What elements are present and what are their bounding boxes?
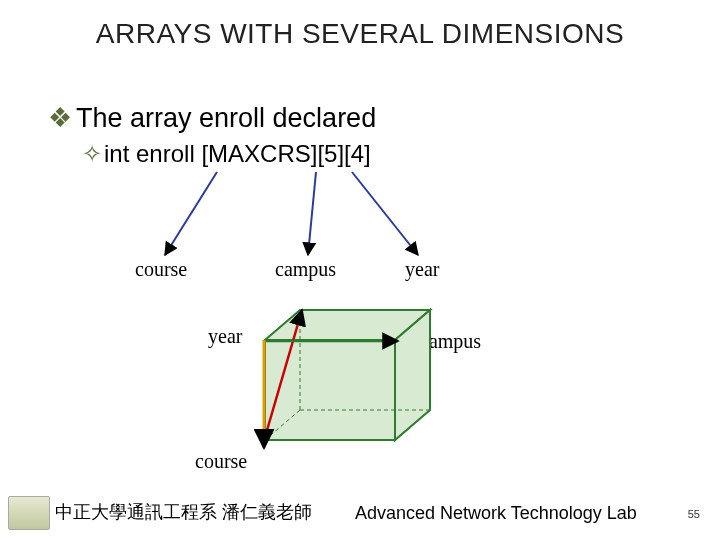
bullet-level-1: ❖The array enroll declared (48, 102, 376, 134)
bullet2-text: int enroll [MAXCRS][5][4] (104, 140, 371, 167)
svg-line-0 (165, 172, 217, 255)
bullet-level-2: ✧int enroll [MAXCRS][5][4] (82, 140, 371, 168)
svg-line-1 (308, 172, 316, 255)
diagram-svg (0, 0, 720, 540)
bullet-diamond-icon: ❖ (48, 103, 72, 133)
slide-title: ARRAYS WITH SEVERAL DIMENSIONS (0, 18, 720, 50)
page-number: 55 (688, 508, 700, 520)
svg-line-9 (263, 310, 302, 444)
label-course-cube: course (195, 450, 247, 473)
label-year-top: year (405, 258, 439, 281)
svg-line-6 (265, 410, 300, 440)
svg-rect-3 (265, 340, 395, 440)
footer-right-text: Advanced Network Technology Lab (355, 503, 637, 524)
label-year-cube: year (208, 325, 242, 348)
bullet-subdiamond-icon: ✧ (82, 140, 102, 167)
svg-marker-4 (265, 310, 430, 340)
svg-line-2 (352, 172, 418, 255)
bullet1-text: The array enroll declared (76, 103, 376, 133)
label-campus-top: campus (275, 258, 336, 281)
footer-left-text: 中正大學通訊工程系 潘仁義老師 (55, 500, 312, 524)
label-course-top: course (135, 258, 187, 281)
label-campus-cube: campus (420, 330, 481, 353)
footer-logo-icon (8, 496, 50, 530)
